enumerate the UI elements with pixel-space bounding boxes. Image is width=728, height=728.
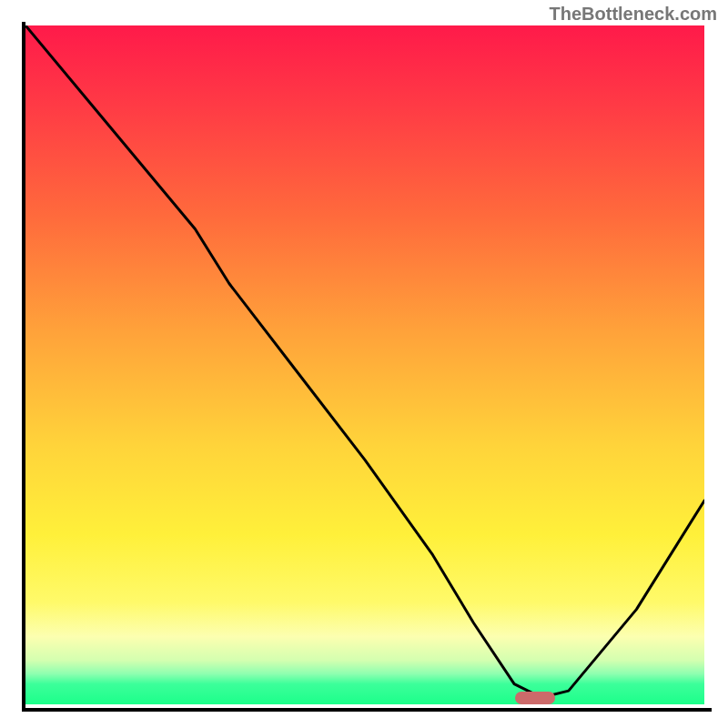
optimum-marker xyxy=(515,692,555,704)
watermark-text: TheBottleneck.com xyxy=(550,4,717,25)
bottleneck-curve xyxy=(25,25,704,704)
